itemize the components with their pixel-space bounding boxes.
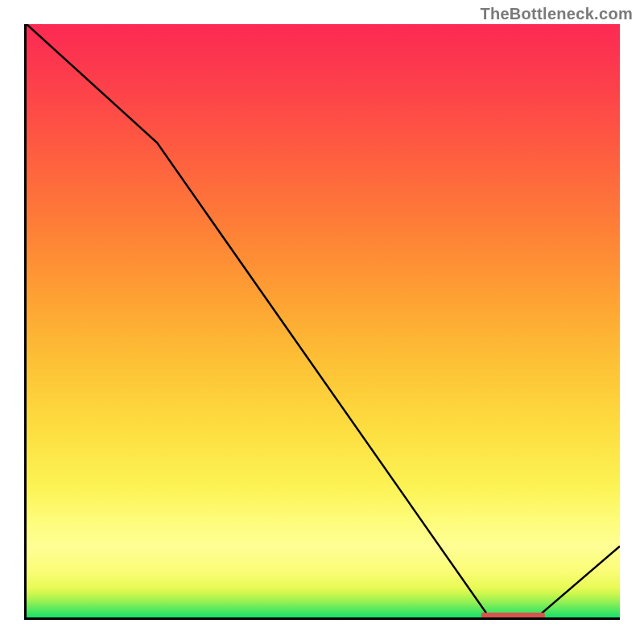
bottleneck-curve-path bbox=[27, 24, 620, 617]
chart-plot-area bbox=[24, 24, 620, 620]
sweet-spot-marker bbox=[481, 613, 545, 617]
chart-line-layer bbox=[27, 24, 620, 617]
attribution-label: TheBottleneck.com bbox=[480, 5, 633, 23]
